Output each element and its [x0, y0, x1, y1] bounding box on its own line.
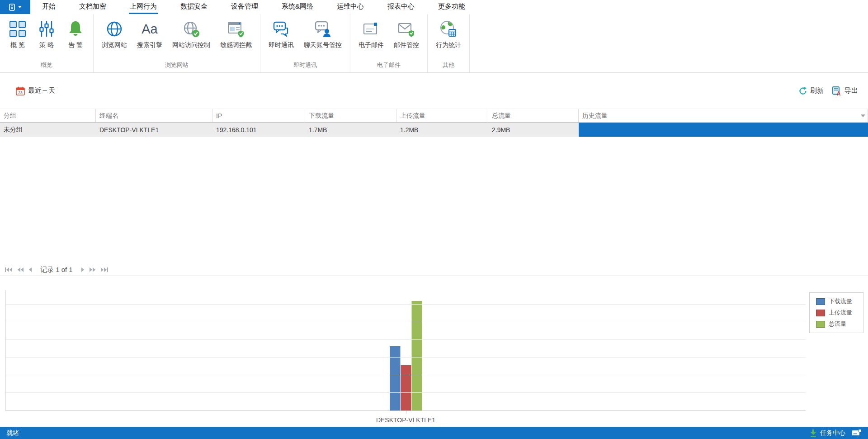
- column-header-total[interactable]: 总流量: [488, 109, 579, 122]
- column-chooser-button[interactable]: [861, 109, 865, 123]
- chevron-down-icon: [18, 6, 22, 9]
- cell-upload: 1.2MB: [396, 123, 488, 137]
- ribbon-item-label: 告 警: [68, 41, 83, 49]
- app-menu-button[interactable]: [0, 0, 30, 14]
- content-toolbar: 23 最近三天 刷新 A 导出: [0, 73, 868, 109]
- fast-next-page-button[interactable]: [89, 267, 96, 272]
- ribbon-group-instant-messaging: 即时通讯 聊天账号管控: [260, 14, 350, 72]
- message-window-icon[interactable]: [852, 429, 862, 437]
- legend-item-download: 下载流量: [816, 297, 859, 305]
- tab-more-functions[interactable]: 更多功能: [437, 0, 466, 14]
- ribbon-item-email[interactable]: 电子邮件: [355, 18, 387, 51]
- tab-start[interactable]: 开始: [41, 0, 57, 14]
- ribbon-item-label: 搜索引擎: [137, 41, 162, 49]
- cell-history-traffic: [579, 123, 868, 137]
- ribbon-item-label: 概 览: [10, 41, 25, 49]
- gridline: [6, 304, 806, 305]
- ribbon-item-label: 网站访问控制: [172, 41, 210, 49]
- x-axis-category-label: DESKTOP-VLKTLE1: [376, 416, 435, 424]
- ribbon-item-label: 聊天账号管控: [304, 41, 342, 49]
- download-icon: [809, 429, 817, 437]
- pagination-bar: 记录 1 of 1: [0, 264, 868, 276]
- ribbon-item-search-engine[interactable]: Aa 搜索引擎: [133, 18, 166, 51]
- status-ready-label: 就绪: [6, 429, 19, 437]
- ribbon-item-label: 邮件管控: [394, 41, 419, 49]
- export-label: 导出: [844, 86, 858, 95]
- ribbon-item-behavior-stats[interactable]: 行为统计: [432, 18, 465, 51]
- ribbon-item-label: 行为统计: [436, 41, 461, 49]
- tab-system-network[interactable]: 系统&网络: [281, 0, 314, 14]
- status-bar: 就绪 任务中心: [0, 427, 868, 439]
- column-header-ip[interactable]: IP: [212, 109, 305, 122]
- tab-doc-encryption[interactable]: 文档加密: [78, 0, 107, 14]
- gridline: [6, 375, 806, 375]
- ribbon-item-instant-messaging[interactable]: 即时通讯: [265, 18, 297, 51]
- tab-internet-behavior[interactable]: 上网行为: [129, 0, 158, 14]
- cell-total: 2.9MB: [488, 123, 579, 137]
- email-icon: [362, 19, 381, 38]
- tab-device-management[interactable]: 设备管理: [230, 0, 259, 14]
- ribbon-item-mail-control[interactable]: 邮件管控: [390, 18, 423, 51]
- last-page-button[interactable]: [100, 267, 108, 272]
- next-page-button[interactable]: [81, 267, 85, 272]
- menu-bar: 开始 文档加密 上网行为 数据安全 设备管理 系统&网络 运维中心 报表中心 更…: [0, 0, 868, 14]
- svg-text:23: 23: [18, 90, 23, 95]
- app-menu-icon: [9, 3, 17, 11]
- column-header-download[interactable]: 下载流量: [305, 109, 396, 122]
- legend-swatch-download: [816, 298, 825, 305]
- chat-account-control-icon: [313, 19, 332, 38]
- bar-series-2: [411, 301, 422, 410]
- column-header-upload[interactable]: 上传流量: [396, 109, 488, 122]
- svg-text:A: A: [837, 91, 841, 96]
- refresh-label: 刷新: [810, 86, 824, 95]
- ribbon-group-label: 电子邮件: [355, 61, 423, 72]
- bar-series-0: [390, 346, 400, 410]
- ribbon-item-overview[interactable]: 概 览: [5, 18, 31, 51]
- gridline: [6, 392, 806, 393]
- column-header-terminal[interactable]: 终端名: [96, 109, 212, 122]
- ribbon-item-alert[interactable]: 告 警: [62, 18, 89, 51]
- legend-item-total: 总流量: [816, 320, 859, 328]
- first-page-button[interactable]: [5, 267, 13, 272]
- task-center-button[interactable]: 任务中心: [809, 429, 845, 437]
- record-count-label: 记录 1 of 1: [40, 266, 73, 274]
- tab-ops-center[interactable]: 运维中心: [336, 0, 365, 14]
- column-header-group[interactable]: 分组: [0, 109, 96, 122]
- ribbon-item-policy[interactable]: 策 略: [33, 18, 60, 51]
- ribbon-item-label: 浏览网站: [102, 41, 127, 49]
- tab-data-security[interactable]: 数据安全: [179, 0, 208, 14]
- date-range-filter[interactable]: 23 最近三天: [15, 86, 55, 96]
- behavior-stats-icon: [439, 19, 458, 38]
- legend-item-upload: 上传流量: [816, 309, 859, 317]
- x-axis-tick: [406, 411, 406, 414]
- ribbon-group-email: 电子邮件 邮件管控 电子邮件: [350, 14, 428, 72]
- column-header-history[interactable]: 历史流量: [579, 109, 868, 122]
- calendar-icon: 23: [15, 86, 25, 96]
- legend-label: 总流量: [829, 320, 846, 328]
- mail-control-icon: [397, 19, 416, 38]
- export-icon: A: [832, 86, 842, 96]
- bar-series-1: [401, 365, 411, 410]
- ribbon-item-chat-account-control[interactable]: 聊天账号管控: [300, 18, 345, 51]
- ribbon: 概 览 策 略: [0, 14, 868, 73]
- task-center-label: 任务中心: [820, 429, 845, 437]
- table-header: 分组 终端名 IP 下载流量 上传流量 总流量 历史流量: [0, 109, 868, 123]
- history-traffic-bar: [579, 123, 868, 137]
- ribbon-item-website-access-control[interactable]: 网站访问控制: [169, 18, 214, 51]
- traffic-chart: DESKTOP-VLKTLE1 下载流量 上传流量 总流量: [0, 276, 868, 427]
- dropdown-arrow-icon: [861, 115, 865, 118]
- ribbon-group-label: 其他: [432, 61, 465, 72]
- ribbon-item-label: 敏感词拦截: [220, 41, 252, 49]
- table-row[interactable]: 未分组 DESKTOP-VLKTLE1 192.168.0.101 1.7MB …: [0, 123, 868, 137]
- cell-download: 1.7MB: [305, 123, 396, 137]
- tab-report-center[interactable]: 报表中心: [387, 0, 415, 14]
- fast-prev-page-button[interactable]: [17, 267, 24, 272]
- ribbon-item-sensitive-word-block[interactable]: 敏感词拦截: [217, 18, 255, 51]
- ribbon-item-browse-website[interactable]: 浏览网站: [98, 18, 131, 51]
- refresh-button[interactable]: 刷新: [798, 86, 824, 95]
- cell-group: 未分组: [0, 123, 96, 137]
- prev-page-button[interactable]: [28, 267, 32, 272]
- chart-plot: DESKTOP-VLKTLE1: [5, 290, 806, 411]
- export-button[interactable]: A 导出: [832, 86, 858, 96]
- gridline: [6, 339, 806, 340]
